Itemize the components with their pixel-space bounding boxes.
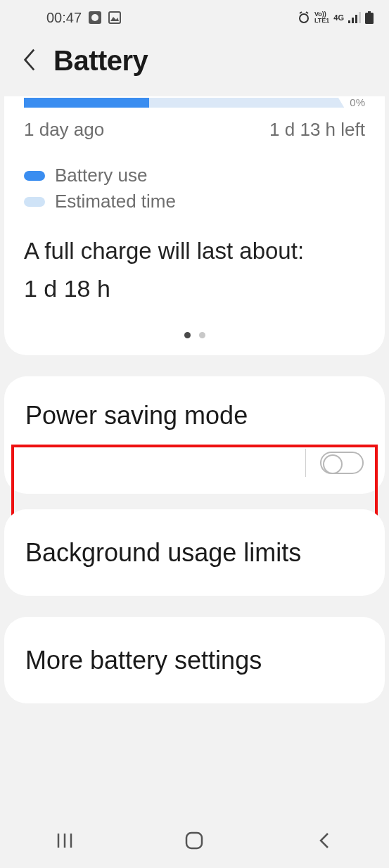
battery-usage-card: 0% 1 day ago 1 d 13 h left Battery use E… [4,96,385,355]
pager-dot-2[interactable] [199,332,205,338]
recents-button[interactable] [51,827,78,854]
status-left: 00:47 [46,10,121,26]
battery-bar: 0% [24,96,365,109]
battery-bar-track [24,98,344,108]
svg-rect-8 [352,18,354,23]
battery-bar-used [24,98,149,108]
swatch-estimated [24,197,45,207]
pager-dot-1[interactable] [184,332,191,338]
svg-rect-9 [355,15,357,23]
svg-line-5 [300,12,302,13]
alarm-icon [298,11,310,24]
svg-rect-16 [186,833,202,848]
picture-icon [108,11,121,24]
more-battery-row[interactable]: More battery settings [4,617,385,703]
svg-rect-12 [368,11,371,13]
svg-rect-10 [359,12,361,23]
svg-rect-2 [109,12,120,23]
navigation-bar [0,813,389,868]
battery-bar-estimated [149,98,345,108]
battery-legend: Battery use Estimated time [24,165,365,212]
power-saving-row[interactable]: Power saving mode [4,376,385,494]
status-right: Vo)) LTE1 4G [298,11,374,24]
svg-marker-3 [110,17,119,21]
back-button[interactable] [311,827,338,854]
svg-point-1 [91,14,98,21]
back-icon[interactable] [21,47,37,75]
power-saving-toggle-wrap [25,449,364,477]
zero-percent-label: 0% [350,96,365,108]
power-saving-title: Power saving mode [25,400,364,430]
battery-time-row: 1 day ago 1 d 13 h left [24,119,365,141]
battery-status-icon [365,11,374,24]
time-left-label: 1 d 13 h left [269,119,365,141]
page-title: Battery [53,45,148,77]
legend-use-label: Battery use [55,165,148,186]
page-header: Battery [0,31,389,95]
swatch-battery-use [24,171,45,181]
data-label: 4G [333,13,344,22]
divider [305,449,306,477]
background-usage-row[interactable]: Background usage limits [4,509,385,596]
home-button[interactable] [181,827,208,854]
full-charge-label: A full charge will last about: [24,236,365,265]
full-charge-value: 1 d 18 h [24,274,365,304]
status-time: 00:47 [46,10,82,26]
svg-point-4 [300,14,308,23]
svg-line-6 [306,12,308,13]
clock-app-icon [89,11,101,24]
svg-rect-7 [348,20,350,23]
more-battery-title: More battery settings [25,645,364,675]
legend-battery-use: Battery use [24,165,365,186]
full-charge-text: A full charge will last about: 1 d 18 h [24,236,365,304]
volte-label: Vo)) LTE1 [314,11,329,24]
pager-dots[interactable] [24,332,365,338]
svg-rect-11 [365,13,374,24]
status-bar: 00:47 Vo)) LTE1 4G [0,0,389,31]
legend-est-label: Estimated time [55,191,176,212]
time-ago-label: 1 day ago [24,119,104,141]
legend-estimated-time: Estimated time [24,191,365,212]
signal-icon [348,12,361,23]
power-saving-toggle[interactable] [320,452,364,474]
background-usage-title: Background usage limits [25,537,364,568]
